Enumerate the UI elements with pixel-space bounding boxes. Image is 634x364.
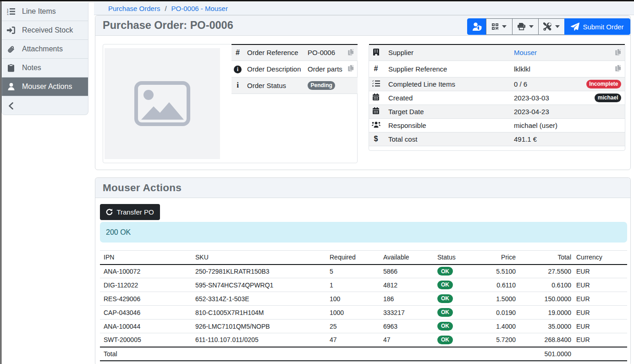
svg-text:3: 3 (7, 13, 9, 16)
